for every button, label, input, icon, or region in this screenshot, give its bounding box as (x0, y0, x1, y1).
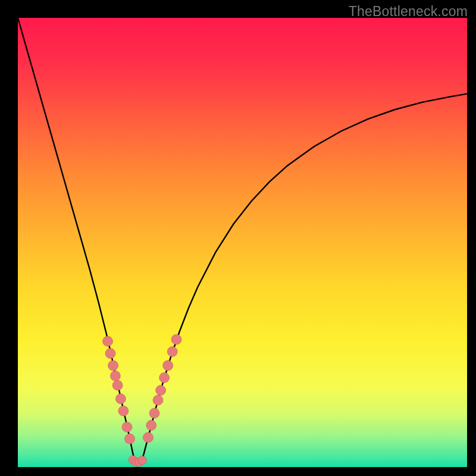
bottleneck-chart (18, 18, 467, 467)
curve-marker-dot (149, 408, 159, 418)
curve-marker-dot (110, 371, 120, 381)
curve-marker-dot (103, 336, 113, 346)
curve-marker-dot (105, 348, 115, 358)
curve-marker-dot (171, 334, 181, 345)
curve-marker-dot (167, 346, 177, 356)
curve-marker-dot (159, 372, 170, 383)
curve-marker-dot (143, 433, 153, 443)
curve-marker-dot (138, 456, 146, 464)
outer-frame: TheBottleneck.com (0, 0, 476, 476)
curve-marker-dot (153, 395, 163, 405)
curve-marker-dot (118, 406, 129, 416)
curve-marker-dot (163, 361, 173, 371)
curve-marker-dot (146, 420, 156, 430)
plot-area (18, 18, 467, 467)
curve-marker-dot (122, 422, 132, 432)
curve-marker-dot (108, 361, 118, 371)
curve-marker-dot (125, 434, 135, 444)
curve-marker-dot (156, 385, 166, 395)
watermark-text: TheBottleneck.com (349, 4, 468, 20)
gradient-background (18, 18, 467, 467)
curve-marker-dot (115, 394, 126, 404)
curve-marker-dot (112, 380, 123, 390)
